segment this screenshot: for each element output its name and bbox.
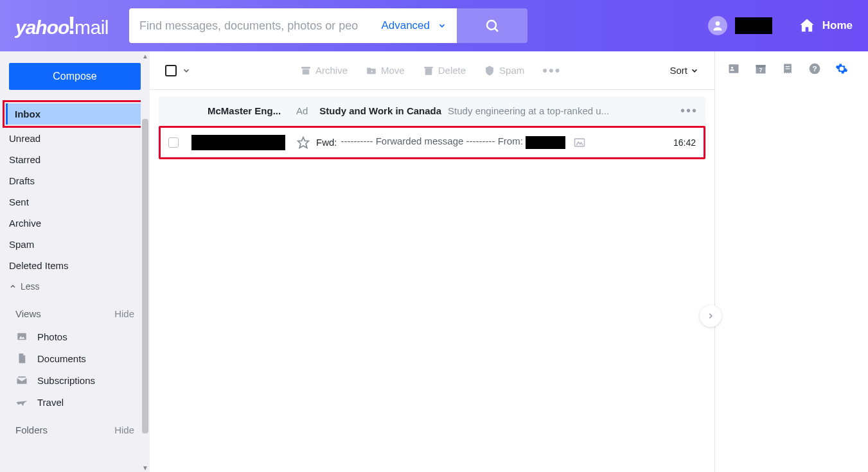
svg-point-0 [487,21,496,30]
select-dropdown-icon[interactable] [182,66,191,75]
contacts-button[interactable] [727,62,741,76]
logo-text-yahoo: yahoo [15,17,69,39]
expand-rail-button[interactable] [700,305,722,327]
help-button[interactable]: ? [808,62,822,76]
sidebar-item-deleted[interactable]: Deleted Items [0,255,150,276]
compose-button[interactable]: Compose [9,63,141,90]
advanced-search-toggle[interactable]: Advanced [381,19,447,32]
delete-icon [423,65,434,76]
search-button[interactable] [457,8,527,43]
svg-marker-11 [298,137,309,148]
search-box: Advanced [129,8,457,43]
subscriptions-icon [15,374,28,387]
sidebar: Compose Inbox Unread Starred Drafts Sent… [0,51,150,472]
chevron-up-icon [9,283,17,290]
yahoo-mail-logo[interactable]: yahoo ! mail [15,12,109,40]
sidebar-item-archive[interactable]: Archive [0,213,150,234]
chevron-down-icon [438,21,447,30]
sidebar-item-sent[interactable]: Sent [0,191,150,213]
logo-text-mail: mail [75,17,109,39]
chevron-down-icon [690,66,699,75]
sidebar-item-unread[interactable]: Unread [0,128,150,149]
svg-point-14 [731,67,733,69]
message-list: McMaster Eng... Ad Study and Work in Can… [150,90,714,166]
star-icon[interactable] [297,136,310,149]
views-hide-toggle[interactable]: Hide [114,308,134,319]
sort-label: Sort [669,65,687,76]
view-label: Photos [37,331,67,342]
calendar-button[interactable]: 7 [754,62,768,76]
move-icon [366,65,377,76]
app-header: yahoo ! mail Advanced Home [0,0,868,51]
svg-rect-9 [425,68,432,75]
search-icon [484,18,500,33]
message-highlight: Fwd: ---------- Forwarded message ------… [159,126,705,159]
preview-text: ---------- Forwarded message --------- F… [341,135,523,146]
delete-label: Delete [438,65,466,76]
view-label: Documents [37,353,86,364]
svg-rect-6 [18,376,26,378]
view-item-documents[interactable]: Documents [0,347,150,369]
svg-rect-13 [729,64,739,73]
photos-icon [15,330,28,343]
view-label: Subscriptions [37,375,95,386]
message-subject: Fwd: [316,137,337,148]
from-redacted [526,136,565,149]
home-label: Home [822,19,853,32]
svg-rect-7 [301,67,310,69]
notepad-button[interactable] [781,62,795,76]
archive-icon [300,65,312,76]
help-icon: ? [808,62,821,75]
move-button[interactable]: Move [366,62,405,79]
view-item-subscriptions[interactable]: Subscriptions [0,369,150,391]
views-label: Views [15,308,41,319]
select-all-checkbox[interactable] [165,65,177,76]
delete-button[interactable]: Delete [423,62,466,79]
archive-button[interactable]: Archive [300,62,348,79]
folders-section-header: Folders Hide [0,413,150,442]
inbox-highlight: Inbox [3,100,147,128]
more-actions-button[interactable]: ••• [542,62,561,79]
message-preview: ---------- Forwarded message --------- F… [341,135,568,148]
sidebar-item-starred[interactable]: Starred [0,149,150,170]
scroll-thumb[interactable] [142,119,148,433]
svg-rect-8 [303,69,310,74]
folders-label: Folders [15,424,48,435]
toolbar-actions: Archive Move Delete Spam ••• [300,62,561,79]
attachment-icon [573,136,586,149]
sidebar-scrollbar[interactable]: ▲ ▼ [141,51,150,472]
user-avatar[interactable] [708,16,727,35]
view-item-travel[interactable]: Travel [0,391,150,413]
folders-hide-toggle[interactable]: Hide [114,424,134,435]
spam-button[interactable]: Spam [484,62,524,79]
person-icon [711,19,724,32]
sidebar-less-toggle[interactable]: Less [0,276,150,297]
svg-point-2 [715,21,720,26]
message-checkbox[interactable] [168,137,179,148]
spam-label: Spam [499,65,524,76]
sort-button[interactable]: Sort [669,65,699,76]
scroll-up-icon[interactable]: ▲ [142,53,148,59]
sender-redacted [191,135,285,150]
right-rail: 7 ? [715,51,868,472]
scroll-down-icon[interactable]: ▼ [142,464,148,471]
message-pane: Archive Move Delete Spam ••• Sort [150,51,715,472]
sidebar-item-inbox[interactable]: Inbox [6,103,144,125]
sidebar-item-drafts[interactable]: Drafts [0,170,150,191]
search-input[interactable] [139,19,376,33]
views-section-header: Views Hide [0,297,150,326]
notepad-icon [781,62,794,75]
svg-rect-10 [424,67,433,68]
documents-icon [15,352,28,365]
ad-options-button[interactable]: ••• [680,103,698,118]
ad-description: Study engineering at a top-ranked u... [448,105,680,116]
ad-row[interactable]: McMaster Eng... Ad Study and Work in Can… [159,96,705,125]
message-toolbar: Archive Move Delete Spam ••• Sort [150,51,714,90]
view-item-photos[interactable]: Photos [0,326,150,347]
archive-label: Archive [315,65,348,76]
home-link[interactable]: Home [798,17,853,35]
sidebar-item-spam[interactable]: Spam [0,234,150,255]
message-row[interactable]: Fwd: ---------- Forwarded message ------… [161,128,704,157]
settings-button[interactable] [835,62,849,76]
spam-icon [484,65,495,76]
